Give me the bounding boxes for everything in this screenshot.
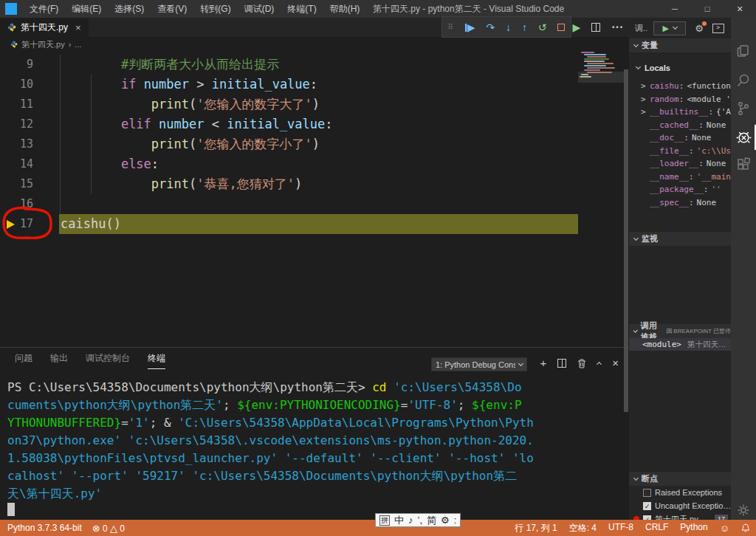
breakpoints-section-header[interactable]: 断点 <box>629 472 731 486</box>
maximize-button[interactable]: □ <box>691 0 724 18</box>
line-number[interactable]: 10 <box>0 75 44 95</box>
more-actions-icon[interactable]: ··· <box>611 21 623 34</box>
line-number[interactable]: 12 <box>0 114 44 134</box>
variable-row[interactable]: __doc__:None <box>629 131 731 145</box>
line-number[interactable]: 16 <box>0 194 44 214</box>
source-control-icon[interactable] <box>731 95 756 123</box>
code-line[interactable]: 13 print('您输入的数字小了') <box>0 134 629 154</box>
status-item[interactable]: 空格: 4 <box>569 522 597 535</box>
ime-item[interactable]: : <box>454 515 457 526</box>
breakpoint-checkbox[interactable]: ✓ <box>643 502 651 510</box>
line-number[interactable]: 15 <box>0 174 44 194</box>
expand-chevron-icon[interactable]: > <box>641 81 650 91</box>
code-line[interactable]: 10 if number > initial_value: <box>0 75 629 95</box>
tab-file[interactable]: 第十四天.py × <box>0 18 89 37</box>
ime-item[interactable]: 中 <box>394 514 404 527</box>
ime-item[interactable]: ’, <box>418 515 423 526</box>
status-item[interactable]: 行 17, 列 1 <box>515 522 557 535</box>
breakpoint-row[interactable]: Raised Exceptions <box>629 486 731 499</box>
panel-tab-inactive[interactable]: 调试控制台 <box>86 352 130 369</box>
code-line[interactable]: 11 print('您输入的数字大了') <box>0 95 629 114</box>
status-item[interactable]: UTF-8 <box>608 522 633 535</box>
split-editor-icon[interactable] <box>591 23 600 32</box>
code-line[interactable]: 14 else: <box>0 154 629 174</box>
line-number[interactable]: 14 <box>0 154 44 174</box>
callstack-section-header[interactable]: 调用堆栈 因 BREAKPOINT 已暂停 <box>629 324 731 338</box>
variable-row[interactable]: __file__:'c:\\Us… <box>629 145 731 158</box>
notifications-bell-icon[interactable] <box>741 523 750 533</box>
variable-row[interactable]: __spec__:None <box>629 196 731 210</box>
menu-item[interactable]: 文件(F) <box>23 4 65 14</box>
maximize-panel-icon[interactable] <box>597 362 602 367</box>
restart-icon[interactable]: ↺ <box>538 22 547 32</box>
minimap[interactable] <box>580 52 624 86</box>
line-number[interactable]: 11 <box>0 95 44 114</box>
scrollbar[interactable] <box>624 69 628 412</box>
ime-item[interactable]: ⚙ <box>441 515 450 526</box>
kill-terminal-icon[interactable] <box>577 359 586 368</box>
variable-row[interactable]: __cached__:None <box>629 119 731 132</box>
panel-tab-inactive[interactable]: 问题 <box>15 352 32 369</box>
menu-item[interactable]: 转到(G) <box>193 4 237 14</box>
variable-row[interactable]: __name__:'__main… <box>629 171 731 184</box>
line-number[interactable]: 13 <box>0 134 44 154</box>
menu-item[interactable]: 终端(T) <box>281 4 323 14</box>
code-editor[interactable]: 9 #判断两者大小从而给出提示10 if number > initial_va… <box>0 52 629 347</box>
code-line[interactable]: 15 print('恭喜,您猜对了') <box>0 174 629 194</box>
panel-tab-active[interactable]: 终端 <box>148 352 165 369</box>
breadcrumb-file[interactable]: 第十四天.py <box>21 39 65 50</box>
menu-item[interactable]: 查看(V) <box>151 4 193 14</box>
new-terminal-icon[interactable]: + <box>540 356 546 371</box>
ime-item[interactable]: 简 <box>427 514 436 527</box>
locals-scope-row[interactable]: Locals <box>636 63 670 72</box>
code-line[interactable]: 17caishu() <box>0 214 629 234</box>
status-item[interactable]: CRLF <box>645 522 668 535</box>
code-text[interactable]: print('您输入的数字大了') <box>44 95 320 114</box>
start-debug-button[interactable]: ▶ <box>653 21 686 35</box>
variable-row[interactable]: __loader__:None <box>629 157 731 171</box>
breakpoint-checkbox[interactable] <box>643 489 651 497</box>
split-terminal-icon[interactable] <box>557 359 566 368</box>
variables-section-header[interactable]: 变量 <box>629 38 731 52</box>
panel-tab-inactive[interactable]: 输出 <box>50 352 68 369</box>
ime-item[interactable]: ♪ <box>408 515 413 526</box>
search-icon[interactable] <box>731 66 756 95</box>
debug-settings-gear-icon[interactable]: ⚙ <box>695 23 704 34</box>
variable-row[interactable]: >random:<module '… <box>629 93 731 106</box>
stop-icon[interactable] <box>557 24 565 31</box>
expand-chevron-icon[interactable]: > <box>641 95 650 104</box>
code-text[interactable]: print('恭喜,您猜对了') <box>44 174 302 194</box>
code-line[interactable]: 9 #判断两者大小从而给出提示 <box>0 55 629 75</box>
minimize-button[interactable]: ─ <box>659 0 691 18</box>
step-out-icon[interactable]: ↑ <box>522 22 527 32</box>
tab-close-icon[interactable]: × <box>75 22 81 33</box>
terminal-select[interactable]: 1: Python Debug Consc <box>431 357 527 371</box>
line-number[interactable]: 9 <box>0 55 44 75</box>
variable-row[interactable]: >caishu:<function… <box>629 80 731 93</box>
menu-item[interactable]: 帮助(H) <box>323 4 367 14</box>
continue-icon[interactable]: ▶ <box>465 22 475 32</box>
breakpoint-arrow-icon[interactable] <box>7 220 15 229</box>
code-text[interactable] <box>44 194 61 214</box>
ime-item[interactable]: 拼 <box>379 515 390 526</box>
stack-frame-row[interactable]: <module> 第十四天… <box>629 338 731 351</box>
code-text[interactable]: else: <box>44 154 159 174</box>
explorer-icon[interactable] <box>731 37 756 65</box>
code-text[interactable]: if number > initial_value: <box>44 75 317 95</box>
menu-item[interactable]: 编辑(E) <box>65 4 108 14</box>
step-into-icon[interactable]: ↓ <box>506 22 511 32</box>
code-line[interactable]: 12 elif number < initial_value: <box>0 114 629 134</box>
close-panel-icon[interactable]: × <box>612 356 619 371</box>
run-and-debug-icon[interactable] <box>731 123 756 151</box>
drag-handle-icon[interactable]: ⠿ <box>447 23 453 31</box>
variable-row[interactable]: >__builtins__:{'A… <box>629 106 731 119</box>
watch-section-header[interactable]: 监视 <box>629 232 731 246</box>
menu-item[interactable]: 选择(S) <box>108 4 151 14</box>
code-text[interactable]: #判断两者大小从而给出提示 <box>44 55 279 75</box>
breadcrumb-more[interactable]: ... <box>75 40 81 49</box>
terminal-output[interactable]: PS C:\Users\54358\Documents\python大纲\pyt… <box>7 379 534 503</box>
problems-status[interactable]: ⊗ 0 △ 0 <box>92 523 125 534</box>
feedback-smiley-icon[interactable]: ☺ <box>720 523 729 534</box>
code-text[interactable]: print('您输入的数字小了') <box>44 134 320 154</box>
python-interpreter-status[interactable]: Python 3.7.3 64-bit <box>7 523 82 533</box>
